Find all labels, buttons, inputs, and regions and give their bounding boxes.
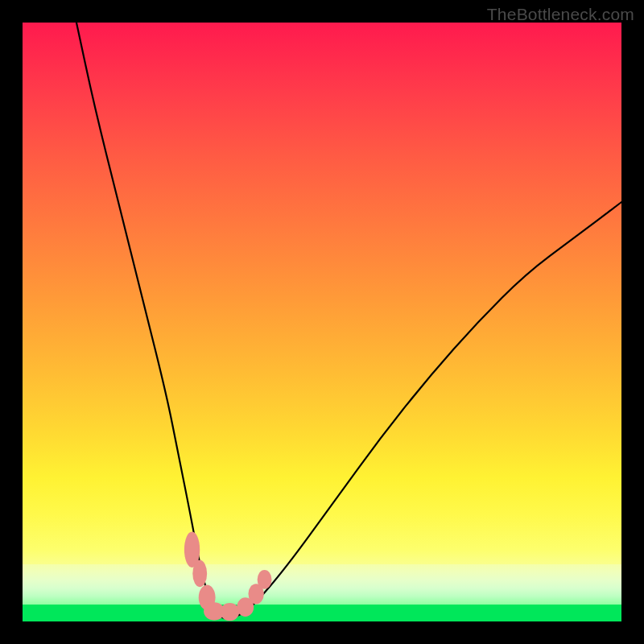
branding-watermark: TheBottleneck.com — [487, 5, 634, 24]
chart-frame: TheBottleneck.com — [0, 0, 644, 644]
curve-marker — [221, 603, 240, 621]
curve-layer — [23, 23, 621, 621]
plot-area — [23, 23, 621, 621]
curve-marker — [192, 560, 207, 587]
curve-marker — [258, 570, 272, 589]
bottleneck-curve — [76, 23, 621, 618]
curve-markers-group — [184, 531, 272, 621]
